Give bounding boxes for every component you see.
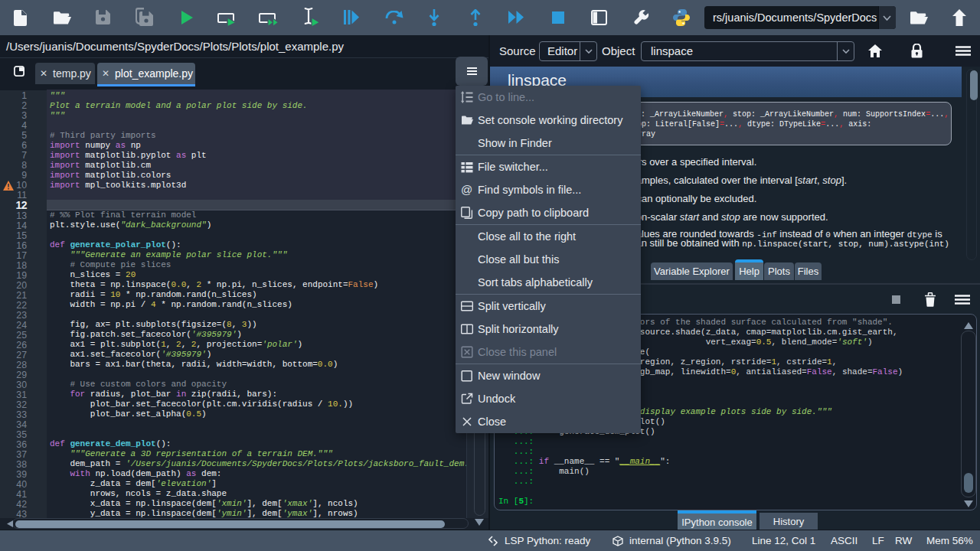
svg-text:@: @ [461,184,472,196]
